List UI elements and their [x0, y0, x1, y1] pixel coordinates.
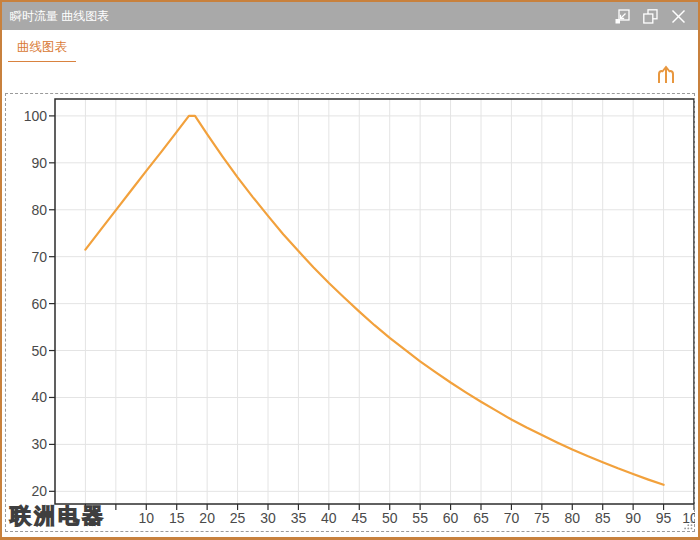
- x-tick-label: 50: [382, 510, 398, 526]
- window-controls: [615, 9, 686, 24]
- x-tick-label: 90: [625, 510, 641, 526]
- x-tick-label: 25: [230, 510, 246, 526]
- app-window: 瞬时流量 曲线图表 曲线图表 203: [0, 0, 700, 540]
- x-tick-label: 20: [199, 510, 215, 526]
- x-tick-label: 10: [138, 510, 154, 526]
- tab-strip: 曲线图表: [2, 30, 698, 62]
- y-tick-label: 60: [31, 296, 47, 312]
- watermark-text: 联洲电器: [10, 502, 106, 530]
- chart-panel: 2030405060708090100101520253035404550556…: [5, 93, 695, 532]
- flow-curve-line: [85, 116, 663, 485]
- y-tick-label: 90: [31, 155, 47, 171]
- y-tick-label: 70: [31, 249, 47, 265]
- resize-grip[interactable]: [683, 520, 693, 530]
- window-title: 瞬时流量 曲线图表: [10, 8, 615, 25]
- titlebar[interactable]: 瞬时流量 曲线图表: [2, 2, 698, 30]
- undock-arrow-icon[interactable]: [615, 9, 630, 24]
- y-tick-label: 50: [31, 343, 47, 359]
- x-tick-label: 85: [595, 510, 611, 526]
- x-tick-label: 80: [564, 510, 580, 526]
- y-tick-label: 30: [31, 436, 47, 452]
- tab-curve-chart[interactable]: 曲线图表: [8, 39, 76, 62]
- x-tick-label: 30: [260, 510, 276, 526]
- y-tick-label: 40: [31, 389, 47, 405]
- x-tick-label: 95: [656, 510, 672, 526]
- x-tick-label: 55: [412, 510, 428, 526]
- x-tick-label: 75: [534, 510, 550, 526]
- flow-curve-chart: 2030405060708090100101520253035404550556…: [5, 93, 695, 532]
- x-tick-label: 35: [291, 510, 307, 526]
- export-up-arrow-icon[interactable]: [654, 63, 678, 87]
- y-tick-label: 100: [24, 108, 48, 124]
- x-tick-label: 65: [473, 510, 489, 526]
- y-tick-label: 80: [31, 202, 47, 218]
- x-tick-label: 60: [443, 510, 459, 526]
- x-tick-label: 15: [169, 510, 185, 526]
- plot-border: [55, 99, 694, 504]
- close-x-icon[interactable]: [671, 9, 686, 24]
- restore-windows-icon[interactable]: [643, 9, 658, 24]
- x-tick-label: 70: [504, 510, 520, 526]
- x-tick-label: 40: [321, 510, 337, 526]
- x-tick-label: 45: [351, 510, 367, 526]
- y-tick-label: 20: [31, 483, 47, 499]
